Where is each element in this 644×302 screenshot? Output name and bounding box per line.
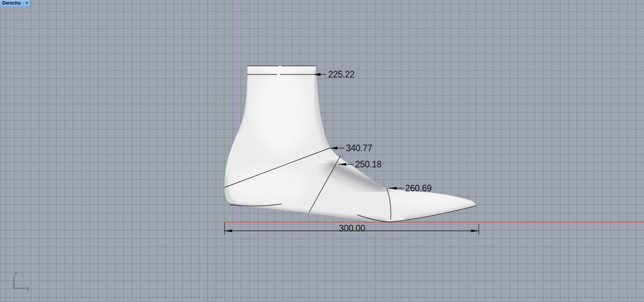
gizmo-y-label: y xyxy=(27,285,29,291)
arrow-300-left xyxy=(225,229,232,232)
arrow-300-right xyxy=(471,229,479,232)
gizmo-z-label: z xyxy=(15,270,17,276)
viewport-dropdown-icon[interactable]: ▼ xyxy=(23,1,30,5)
dimension-label-instep-girth[interactable]: 340.77 xyxy=(346,143,372,153)
scene-svg xyxy=(0,0,644,302)
dimension-label-ball-girth[interactable]: 260.69 xyxy=(405,184,432,193)
viewport-canvas[interactable]: 225.22 340.77 250.18 260.69 300.00 Derec… xyxy=(0,0,644,302)
dimension-label-top-width[interactable]: 225.22 xyxy=(328,70,355,79)
gizmo-axes-lines xyxy=(14,276,26,288)
dimension-label-overall-length[interactable]: 300.00 xyxy=(338,224,366,233)
viewport-title-tab[interactable]: Derecha ▼ xyxy=(0,0,30,7)
cplane-axis-gizmo: z y xyxy=(8,266,46,293)
viewport-title[interactable]: Derecha xyxy=(0,0,23,6)
dimension-label-waist-girth[interactable]: 250.18 xyxy=(355,160,382,169)
